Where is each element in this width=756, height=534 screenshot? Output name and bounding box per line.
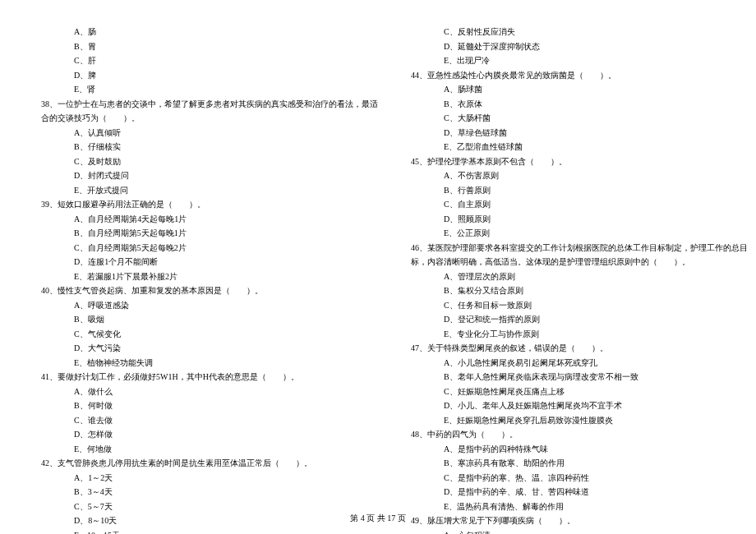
answer-option: C、自主原则 — [411, 197, 748, 212]
answer-option: C、肝 — [41, 53, 378, 68]
answer-option: D、延髓处于深度抑制状态 — [411, 39, 748, 54]
page-footer: 第 4 页 共 17 页 — [0, 513, 756, 524]
answer-option: C、5～7天 — [41, 499, 378, 514]
answer-option: A、是指中药的四种特殊气味 — [411, 442, 748, 457]
question-text: 48、中药的四气为（ ）。 — [411, 427, 748, 442]
question-text: 41、要做好计划工作，必须做好5W1H，其中H代表的意思是（ ）。 — [41, 370, 378, 384]
answer-option: D、怎样做 — [41, 427, 378, 442]
answer-option: D、小儿、老年人及妊娠期急性阑尾炎均不宜手术 — [411, 398, 748, 413]
answer-option: E、开放式提问 — [41, 183, 378, 198]
answer-option: A、做什么 — [41, 384, 378, 399]
answer-option: D、草绿色链球菌 — [411, 126, 748, 140]
question-text: 38、一位护士在与患者的交谈中，希望了解更多患者对其疾病的真实感受和治疗的看法，… — [41, 97, 378, 112]
answer-option: A、呼吸道感染 — [41, 298, 378, 313]
answer-option: B、行善原则 — [411, 183, 748, 198]
answer-option: C、气候变化 — [41, 327, 378, 342]
page-container: A、肠B、胃C、肝D、脾E、肾38、一位护士在与患者的交谈中，希望了解更多患者对… — [41, 25, 715, 509]
question-text: 40、慢性支气管炎起病、加重和复发的基本原因是（ ）。 — [41, 283, 378, 298]
right-column: C、反射性反应消失D、延髓处于深度抑制状态E、出现尸冷44、亚急性感染性心内膜炎… — [411, 25, 748, 509]
answer-option: E、植物神经功能失调 — [41, 356, 378, 371]
answer-option: B、3～4天 — [41, 485, 378, 499]
answer-option: B、胃 — [41, 39, 378, 54]
answer-option: A、不伤害原则 — [411, 168, 748, 183]
answer-option: E、妊娠期急性阑尾炎穿孔后易致弥漫性腹膜炎 — [411, 413, 748, 428]
left-column: A、肠B、胃C、肝D、脾E、肾38、一位护士在与患者的交谈中，希望了解更多患者对… — [41, 25, 378, 509]
answer-option: E、肾 — [41, 82, 378, 97]
answer-option: E、10～15天 — [41, 528, 378, 535]
answer-option: E、温热药具有清热、解毒的作用 — [411, 499, 748, 514]
answer-option: A、肠球菌 — [411, 82, 748, 97]
question-text: 42、支气管肺炎患儿停用抗生素的时间是抗生素用至体温正常后（ ）。 — [41, 456, 378, 471]
answer-option: B、自月经周期第5天起每晚1片 — [41, 226, 378, 241]
answer-option: D、连服1个月不能间断 — [41, 255, 378, 269]
answer-option: A、1～2天 — [41, 471, 378, 486]
answer-option: E、专业化分工与协作原则 — [411, 327, 748, 342]
answer-option: C、任务和目标一致原则 — [411, 298, 748, 313]
answer-option: B、吸烟 — [41, 312, 378, 327]
question-text: 46、某医院护理部要求各科室提交的工作计划根据医院的总体工作目标制定，护理工作的… — [411, 241, 748, 255]
answer-option: C、大肠杆菌 — [411, 111, 748, 126]
answer-option: D、大气污染 — [41, 341, 378, 356]
answer-option: E、出现尸冷 — [411, 53, 748, 68]
answer-option: C、自月经周期第5天起每晚2片 — [41, 241, 378, 255]
answer-option: D、封闭式提问 — [41, 168, 378, 183]
answer-option: D、登记和统一指挥的原则 — [411, 312, 748, 327]
answer-option: D、脾 — [41, 68, 378, 83]
answer-option: A、管理层次的原则 — [411, 269, 748, 284]
answer-option: A、自月经周期第4天起每晚1片 — [41, 212, 378, 227]
question-text: 合的交谈技巧为（ ）。 — [41, 111, 378, 126]
answer-option: E、若漏服1片下晨最补服2片 — [41, 269, 378, 284]
question-text: 39、短效口服避孕药用法正确的是（ ）。 — [41, 197, 378, 212]
answer-option: A、认真倾听 — [41, 126, 378, 140]
answer-option: B、老年人急性阑尾炎临床表现与病理改变常不相一致 — [411, 370, 748, 384]
answer-option: E、公正原则 — [411, 226, 748, 241]
answer-option: A、心包积液 — [411, 528, 748, 535]
answer-option: C、是指中药的寒、热、温、凉四种药性 — [411, 471, 748, 486]
answer-option: A、肠 — [41, 25, 378, 39]
answer-option: B、衣原体 — [411, 97, 748, 112]
question-text: 47、关于特殊类型阑尾炎的叙述，错误的是（ ）。 — [411, 341, 748, 356]
answer-option: E、何地做 — [41, 442, 378, 457]
answer-option: B、寒凉药具有散寒、助阳的作用 — [411, 456, 748, 471]
answer-option: D、是指中药的辛、咸、甘、苦四种味道 — [411, 485, 748, 499]
answer-option: E、乙型溶血性链球菌 — [411, 140, 748, 154]
question-text: 45、护理伦理学基本原则不包含（ ）。 — [411, 154, 748, 169]
answer-option: D、照顾原则 — [411, 212, 748, 227]
question-text: 标，内容清晰明确，高低适当。这体现的是护理管理组织原则中的（ ）。 — [411, 255, 748, 269]
answer-option: B、何时做 — [41, 398, 378, 413]
answer-option: C、及时鼓励 — [41, 154, 378, 169]
answer-option: C、妊娠期急性阑尾炎压痛点上移 — [411, 384, 748, 399]
answer-option: C、谁去做 — [41, 413, 378, 428]
answer-option: A、小儿急性阑尾炎易引起阑尾坏死或穿孔 — [411, 356, 748, 371]
answer-option: B、仔细核实 — [41, 140, 378, 154]
question-text: 44、亚急性感染性心内膜炎最常见的致病菌是（ ）。 — [411, 68, 748, 83]
answer-option: B、集权分又结合原则 — [411, 283, 748, 298]
answer-option: C、反射性反应消失 — [411, 25, 748, 39]
